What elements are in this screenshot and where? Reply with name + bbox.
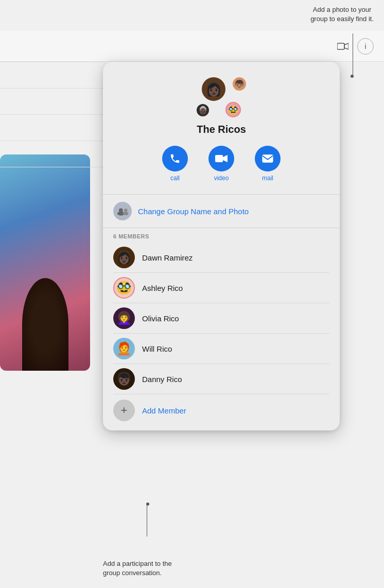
info-symbol: i xyxy=(364,42,366,50)
add-member-circle: + xyxy=(113,400,135,421)
top-toolbar: i xyxy=(0,31,384,62)
call-button[interactable]: call xyxy=(162,146,188,182)
mail-label: mail xyxy=(262,175,273,182)
svg-rect-1 xyxy=(215,155,223,162)
svg-rect-2 xyxy=(263,155,273,163)
add-member-plus: + xyxy=(121,404,128,417)
callout-bottom: Add a participant to the group conversat… xyxy=(103,559,172,578)
avatar-bottom-left: 👵🏿 xyxy=(196,103,210,117)
avatar-bottom-right: 🥸 xyxy=(225,102,241,117)
video-icon-circle xyxy=(208,146,234,171)
callout-bottom-text: Add a participant to the group conversat… xyxy=(103,560,172,577)
add-member-row[interactable]: + Add Member xyxy=(113,394,329,430)
message-list-bg xyxy=(0,62,103,193)
group-info-popup: 👩🏿 👦🏽 👵🏿 🥸 The Ricos call xyxy=(103,62,340,430)
member-row[interactable]: 🧑‍🦰 Will Rico xyxy=(113,334,329,364)
change-group-icon xyxy=(113,202,132,220)
member-row[interactable]: 👩🏿 Dawn Ramirez xyxy=(113,243,329,273)
video-label: video xyxy=(214,175,229,182)
change-group-row[interactable]: Change Group Name and Photo xyxy=(103,195,340,228)
svg-point-5 xyxy=(124,209,127,212)
member-avatar-olivia: 👩‍🦱 xyxy=(113,307,135,329)
member-row[interactable]: 🥸 Ashley Rico xyxy=(113,273,329,303)
group-name: The Ricos xyxy=(103,124,340,135)
member-avatar-dawn: 👩🏿 xyxy=(113,247,135,268)
mail-icon-circle xyxy=(255,146,281,171)
member-name-olivia: Olivia Rico xyxy=(142,314,179,323)
info-icon[interactable]: i xyxy=(357,38,374,55)
callout-dot-top xyxy=(351,75,354,78)
member-avatar-will: 🧑‍🦰 xyxy=(113,338,135,359)
group-avatars: 👩🏿 👦🏽 👵🏿 🥸 xyxy=(103,76,340,117)
member-row[interactable]: 👩‍🦱 Olivia Rico xyxy=(113,303,329,334)
photo-figure xyxy=(22,278,68,371)
members-section: 6 MEMBERS 👩🏿 Dawn Ramirez 🥸 Ashley Rico … xyxy=(103,228,340,430)
members-count: 6 MEMBERS xyxy=(113,233,329,239)
svg-rect-0 xyxy=(337,43,344,49)
avatar-main: 👩🏿 xyxy=(201,76,226,102)
change-group-label: Change Group Name and Photo xyxy=(138,207,249,216)
member-avatar-danny: 👦🏿 xyxy=(113,368,135,390)
member-row[interactable]: 👦🏿 Danny Rico xyxy=(113,364,329,394)
mail-button[interactable]: mail xyxy=(255,146,281,182)
member-avatar-ashley: 🥸 xyxy=(113,277,135,299)
callout-dot-bottom xyxy=(146,503,149,506)
callout-top-text: Add a photo to your group to easily find… xyxy=(310,6,374,23)
member-name-will: Will Rico xyxy=(142,344,172,353)
call-icon-circle xyxy=(162,146,188,171)
avatar-top-right: 👦🏽 xyxy=(232,76,247,92)
member-name-ashley: Ashley Rico xyxy=(142,284,183,292)
member-name-dawn: Dawn Ramirez xyxy=(142,253,193,262)
callout-top-right: Add a photo to your group to easily find… xyxy=(310,5,374,24)
callout-line-top xyxy=(353,33,353,75)
callout-line-bottom xyxy=(147,506,147,537)
call-label: call xyxy=(170,175,180,182)
video-call-icon[interactable] xyxy=(335,38,351,55)
video-button[interactable]: video xyxy=(208,146,234,182)
add-member-label: Add Member xyxy=(142,406,186,415)
member-name-danny: Danny Rico xyxy=(142,375,182,384)
avatar-cluster: 👩🏿 👦🏽 👵🏿 🥸 xyxy=(196,76,247,117)
action-buttons-row: call video mail xyxy=(103,146,340,182)
